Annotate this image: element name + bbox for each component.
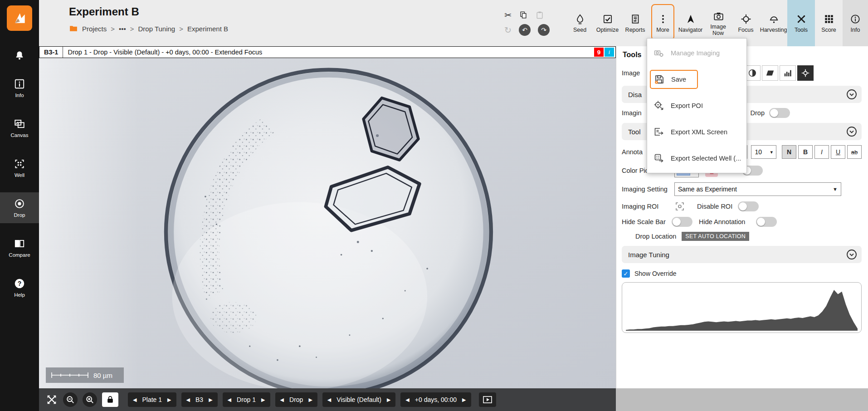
notifications-icon[interactable] bbox=[14, 50, 25, 64]
next-icon[interactable]: ▶ bbox=[167, 397, 171, 403]
next-icon[interactable]: ▶ bbox=[308, 397, 312, 403]
timepoint-nav[interactable]: ◀ +0 days, 00:00 ▶ bbox=[400, 392, 471, 407]
drop-toggle-label: Drop bbox=[751, 109, 765, 117]
well-nav[interactable]: ◀ B3 ▶ bbox=[181, 392, 218, 407]
lock-view-button[interactable] bbox=[102, 392, 118, 407]
tool-section-label: Tool bbox=[628, 128, 641, 136]
image-info-badge[interactable]: i bbox=[605, 48, 614, 57]
toolbar-seed-button[interactable]: Seed bbox=[566, 0, 594, 46]
prev-icon[interactable]: ◀ bbox=[228, 397, 231, 403]
show-override-label: Show Override bbox=[634, 270, 677, 277]
hide-annotation-toggle[interactable] bbox=[756, 217, 777, 227]
image-tool-crosshair-button[interactable] bbox=[797, 65, 814, 81]
info-circle-icon bbox=[850, 14, 861, 24]
breadcrumb: Projects > ••• > Drop Tuning > Experimen… bbox=[69, 24, 228, 33]
redo-button[interactable]: ↷ bbox=[538, 24, 550, 36]
toolbar-info-button[interactable]: Info bbox=[843, 0, 868, 46]
histogram-chart bbox=[626, 285, 858, 331]
toolbar-button-label: Focus bbox=[738, 27, 753, 33]
image-tuning-section-header[interactable]: Image Tuning bbox=[622, 246, 862, 263]
hide-scale-bar-toggle[interactable] bbox=[672, 217, 692, 227]
hide-options-row: Hide Scale Bar Hide Annotation bbox=[622, 217, 862, 227]
next-icon[interactable]: ▶ bbox=[387, 397, 390, 403]
imaging-roi-row: Imaging ROI Disable ROI bbox=[622, 201, 862, 212]
image-tool-fill-button[interactable] bbox=[762, 65, 778, 81]
toolbar-reports-button[interactable]: Reports bbox=[621, 0, 649, 46]
compare-icon bbox=[14, 238, 25, 250]
chevron-down-icon[interactable] bbox=[846, 89, 857, 100]
next-icon[interactable]: ▶ bbox=[209, 397, 212, 403]
drop-nav[interactable]: ◀ Drop 1 ▶ bbox=[223, 392, 270, 407]
brand-mark-icon bbox=[10, 9, 29, 27]
app-logo[interactable] bbox=[7, 5, 32, 31]
toolbar-harvesting-button[interactable]: Harvesting bbox=[760, 0, 787, 46]
sidebar-item-compare[interactable]: Compare bbox=[0, 232, 39, 263]
prev-icon[interactable]: ◀ bbox=[186, 397, 190, 403]
font-size-select[interactable]: 10 ▾ bbox=[751, 145, 776, 159]
menu-item-export-xml-screen[interactable]: Export XML Screen bbox=[647, 119, 746, 145]
image-tool-histogram-button[interactable] bbox=[780, 65, 796, 81]
copy-icon[interactable] bbox=[519, 10, 528, 20]
toolbar-button-label: Seed bbox=[573, 27, 586, 33]
breadcrumb-drop-tuning[interactable]: Drop Tuning bbox=[138, 25, 175, 33]
toolbar-optimize-button[interactable]: Optimize bbox=[594, 0, 621, 46]
toolbar-tools-button[interactable]: Tools bbox=[787, 0, 815, 46]
set-auto-location-button[interactable]: SET AUTO LOCATION bbox=[682, 232, 749, 241]
imaging-roi-icon[interactable] bbox=[674, 201, 685, 212]
italic-button[interactable]: I bbox=[814, 145, 829, 159]
check-icon: ✓ bbox=[624, 270, 629, 277]
disable-roi-toggle[interactable] bbox=[738, 201, 759, 211]
chevron-down-icon[interactable] bbox=[846, 126, 857, 137]
menu-item-save[interactable]: Save bbox=[647, 66, 746, 93]
sidebar-item-drop[interactable]: Drop bbox=[0, 192, 39, 223]
prev-icon[interactable]: ◀ bbox=[405, 397, 409, 403]
folder-icon bbox=[69, 24, 78, 33]
imaging-setting-row: Imaging Setting Same as Experiment ▼ bbox=[622, 182, 862, 196]
breadcrumb-collapsed[interactable]: ••• bbox=[119, 25, 126, 33]
drop-image-canvas[interactable]: 80 µm bbox=[39, 58, 616, 388]
bold-button[interactable]: B bbox=[798, 145, 813, 159]
score-badge[interactable]: 9 bbox=[594, 48, 604, 57]
pan-icon[interactable] bbox=[45, 393, 58, 406]
strikethrough-button[interactable]: ab bbox=[847, 145, 862, 159]
menu-item-export-selected-well[interactable]: Export Selected Well (... bbox=[647, 145, 746, 171]
show-override-checkbox[interactable]: ✓ bbox=[622, 269, 630, 278]
underline-button[interactable]: U bbox=[831, 145, 845, 159]
image-histogram[interactable] bbox=[622, 282, 862, 333]
disable-roi-label: Disable ROI bbox=[697, 203, 732, 210]
sidebar-item-well[interactable]: Well bbox=[0, 152, 39, 183]
hide-scale-bar-label: Hide Scale Bar bbox=[622, 218, 672, 225]
format-name-button[interactable]: N bbox=[782, 145, 796, 159]
menu-item-export-poi[interactable]: Export POI bbox=[647, 93, 746, 119]
menu-item-manage-imaging: Manage Imaging bbox=[647, 40, 746, 66]
imaging-setting-select[interactable]: Same as Experiment ▼ bbox=[674, 182, 841, 196]
sidebar-item-canvas[interactable]: Canvas bbox=[0, 113, 39, 143]
zoom-out-button[interactable] bbox=[63, 392, 78, 407]
chevron-down-icon[interactable] bbox=[846, 249, 857, 260]
sidebar-item-label: Canvas bbox=[11, 132, 29, 138]
info-grid-icon bbox=[14, 78, 25, 90]
hide-annotation-label: Hide Annotation bbox=[699, 218, 749, 225]
sidebar-item-help[interactable]: ? Help bbox=[0, 272, 39, 303]
plate-nav[interactable]: ◀ Plate 1 ▶ bbox=[128, 392, 176, 407]
histogram-icon bbox=[783, 68, 792, 78]
zoom-in-button[interactable] bbox=[83, 392, 97, 407]
cut-icon[interactable]: ✂ bbox=[504, 11, 512, 20]
prev-icon[interactable]: ◀ bbox=[327, 397, 331, 403]
next-icon[interactable]: ▶ bbox=[261, 397, 265, 403]
prev-icon[interactable]: ◀ bbox=[133, 397, 137, 403]
sidebar-item-info[interactable]: Info bbox=[0, 73, 39, 103]
manage-imaging-icon bbox=[653, 48, 664, 59]
profile-nav[interactable]: ◀ Visible (Default) ▶ bbox=[322, 392, 396, 407]
region-nav[interactable]: ◀ Drop ▶ bbox=[275, 392, 317, 407]
menu-item-label: Save bbox=[671, 76, 686, 83]
next-icon[interactable]: ▶ bbox=[462, 397, 466, 403]
drop-toggle[interactable] bbox=[769, 108, 790, 118]
toolbar-score-button[interactable]: Score bbox=[815, 0, 843, 46]
imaging-setting-value: Same as Experiment bbox=[678, 186, 737, 193]
slideshow-button[interactable] bbox=[479, 392, 496, 407]
undo-button[interactable]: ↶ bbox=[519, 24, 531, 36]
export-xml-icon bbox=[653, 127, 664, 137]
breadcrumb-projects[interactable]: Projects bbox=[82, 25, 107, 33]
prev-icon[interactable]: ◀ bbox=[280, 397, 284, 403]
